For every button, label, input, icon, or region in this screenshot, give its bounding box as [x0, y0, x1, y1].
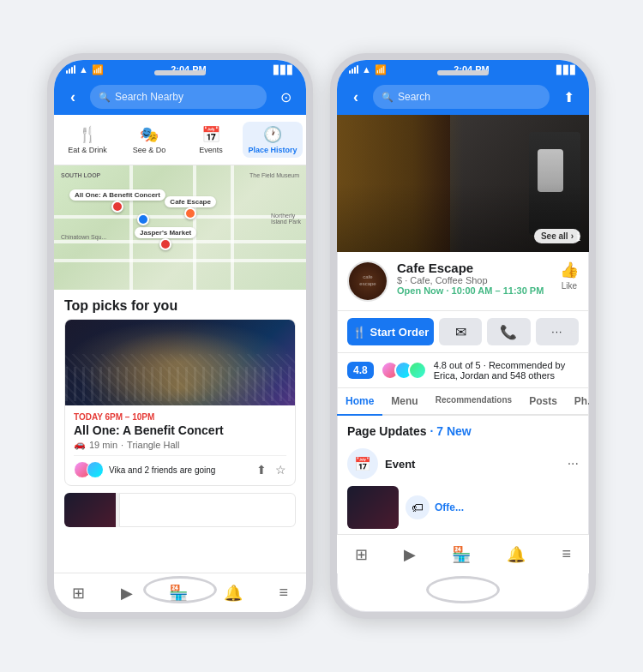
update-event-icon: 📅	[347, 448, 378, 479]
page-updates-new: · 7 New	[430, 424, 471, 438]
map-area[interactable]: SOUTH LOOP Chinatown Squ... The Field Mu…	[54, 165, 306, 290]
friend-text: Vika and 2 friends are going	[109, 465, 251, 475]
search-icon-right: 🔍	[382, 92, 394, 103]
message-icon: ✉	[455, 324, 466, 340]
see-all-button[interactable]: See all ›	[534, 229, 580, 243]
chevron-right-icon: ›	[571, 231, 574, 241]
search-bar-left[interactable]: 🔍 Search Nearby	[90, 85, 267, 109]
tab-recommendations[interactable]: Recommendations	[427, 388, 520, 416]
nav-marketplace-right[interactable]: 🏪	[452, 545, 471, 564]
nav-bar-left: ‹ 🔍 Search Nearby ⊙	[54, 79, 306, 115]
more-button[interactable]: ···	[536, 318, 579, 345]
event-name: All One: A Benefit Concert	[74, 423, 286, 437]
event-card[interactable]: TODAY 6PM – 10PM All One: A Benefit Conc…	[64, 319, 296, 486]
page-updates-section: Page Updates · 7 New 📅 Event ··· 🏷 Offe.…	[337, 416, 589, 534]
update-event-label: Event	[385, 458, 561, 471]
search-text-left: Search Nearby	[115, 91, 183, 103]
offers-row: 🏷 Offe...	[347, 486, 579, 529]
category-see-do[interactable]: 🎭 See & Do	[119, 122, 179, 158]
event-info: TODAY 6PM – 10PM All One: A Benefit Conc…	[65, 405, 295, 485]
like-section[interactable]: 👍 Like	[560, 261, 579, 291]
right-phone: ▲ 📶 2:04 PM ▊▊▊ ‹ 🔍 Search ⬆ ℹ See all ›	[330, 53, 596, 619]
rating-avatar-3	[408, 361, 427, 380]
category-place-history[interactable]: 🕐 Place History	[243, 122, 303, 158]
message-button[interactable]: ✉	[439, 318, 482, 345]
place-history-icon: 🕐	[263, 125, 282, 144]
start-order-button[interactable]: 🍴 Start Order	[347, 318, 434, 345]
event-meta: 🚗 19 min · Triangle Hall	[74, 439, 286, 450]
fork-icon: 🍴	[352, 326, 366, 339]
map-pin-cafe[interactable]: Cafe Escape	[165, 196, 216, 219]
nav-menu-right[interactable]: ≡	[562, 545, 571, 563]
map-pin-concert[interactable]: All One: A Benefit Concert	[69, 189, 165, 213]
status-time-right: 2:04 PM	[454, 64, 490, 75]
back-button-left[interactable]: ‹	[63, 88, 83, 106]
offer-thumbnail[interactable]	[347, 486, 399, 529]
call-button[interactable]: 📞	[487, 318, 530, 345]
tab-more[interactable]: Ph...	[566, 388, 596, 416]
event-time: TODAY 6PM – 10PM	[74, 412, 286, 422]
see-do-icon: 🎭	[140, 125, 159, 144]
business-category: $ · Cafe, Coffee Shop	[397, 275, 551, 285]
share-icon[interactable]: ⬆	[256, 463, 267, 477]
business-info: cafeescape Cafe Escape $ · Cafe, Coffee …	[337, 252, 589, 311]
share-icon-right[interactable]: ⬆	[556, 89, 580, 105]
tab-home[interactable]: Home	[337, 388, 382, 416]
search-icon-left: 🔍	[99, 92, 111, 103]
phone-icon: 📞	[500, 324, 517, 340]
tabs-bar: Home Menu Recommendations Posts Ph...	[337, 388, 589, 416]
tab-posts[interactable]: Posts	[520, 388, 566, 416]
offer-icon: 🏷	[406, 495, 430, 519]
event-image	[65, 320, 295, 405]
more-icon: ···	[551, 326, 562, 338]
nav-video-left[interactable]: ▶	[121, 584, 133, 603]
nav-video-right[interactable]: ▶	[404, 545, 416, 564]
offer-item[interactable]: 🏷 Offe...	[406, 486, 464, 529]
status-bar-left: ▲ 📶 2:04 PM ▊▊▊	[54, 60, 306, 79]
business-name: Cafe Escape	[397, 261, 551, 275]
nav-marketplace-left[interactable]: 🏪	[169, 584, 188, 603]
nav-menu-left[interactable]: ≡	[279, 584, 288, 602]
like-icon: 👍	[560, 261, 579, 279]
page-updates-title: Page Updates · 7 New	[347, 424, 472, 438]
second-event-preview[interactable]	[64, 493, 296, 527]
friend-avatar-2	[87, 461, 104, 478]
bookmark-icon[interactable]: ☆	[275, 463, 286, 477]
nav-home-left[interactable]: ⊞	[72, 584, 85, 603]
bottom-nav-left: ⊞ ▶ 🏪 🔔 ≡	[54, 573, 306, 612]
status-bar-right: ▲ 📶 2:04 PM ▊▊▊	[337, 60, 589, 79]
nav-bar-right: ‹ 🔍 Search ⬆	[337, 79, 589, 115]
back-button-right[interactable]: ‹	[346, 88, 366, 106]
hero-image: ℹ See all ›	[337, 115, 589, 252]
nav-home-right[interactable]: ⊞	[355, 545, 368, 564]
car-icon: 🚗	[74, 439, 86, 450]
search-text-right: Search	[398, 91, 430, 103]
bottom-nav-right: ⊞ ▶ 🏪 🔔 ≡	[337, 534, 589, 573]
rating-bar: 4.8 4.8 out of 5 · Recommended by Erica,…	[337, 353, 589, 388]
action-icons: ⬆ ☆	[256, 463, 286, 477]
action-buttons: 🍴 Start Order ✉ 📞 ···	[337, 311, 589, 353]
section-title: Top picks for you	[54, 290, 306, 319]
category-eat-drink[interactable]: 🍴 Eat & Drink	[57, 122, 117, 158]
left-phone-content: 🍴 Eat & Drink 🎭 See & Do 📅 Events 🕐 Plac…	[54, 115, 306, 573]
business-logo: cafeescape	[347, 261, 388, 302]
left-phone: ▲ 📶 2:04 PM ▊▊▊ ‹ 🔍 Search Nearby ⊙ 🍴 Ea…	[47, 53, 313, 619]
like-label: Like	[562, 281, 577, 291]
rating-badge: 4.8	[347, 362, 374, 379]
category-events[interactable]: 📅 Events	[181, 122, 241, 158]
status-time-left: 2:04 PM	[171, 64, 207, 75]
update-item-event[interactable]: 📅 Event ···	[347, 441, 579, 486]
offer-label: Offe...	[435, 501, 464, 513]
nav-notifications-left[interactable]: 🔔	[224, 584, 243, 603]
eat-drink-icon: 🍴	[78, 125, 97, 144]
category-bar: 🍴 Eat & Drink 🎭 See & Do 📅 Events 🕐 Plac…	[54, 115, 306, 165]
nav-notifications-right[interactable]: 🔔	[507, 545, 526, 564]
tab-menu[interactable]: Menu	[382, 388, 426, 416]
see-all-label: See all	[541, 231, 568, 241]
update-more-icon[interactable]: ···	[568, 456, 579, 471]
rating-text: 4.8 out of 5 · Recommended by Erica, Jor…	[434, 360, 579, 381]
messenger-icon[interactable]: ⊙	[273, 89, 297, 105]
events-icon: 📅	[201, 125, 220, 144]
map-pin-market[interactable]: Jasper's Market	[135, 227, 196, 250]
search-bar-right[interactable]: 🔍 Search	[373, 85, 550, 109]
